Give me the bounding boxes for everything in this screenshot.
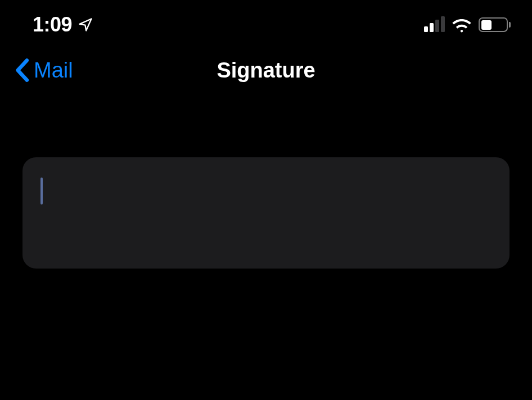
- status-time: 1:09: [33, 13, 72, 37]
- signature-input[interactable]: [22, 157, 510, 269]
- status-bar: 1:09: [0, 0, 532, 39]
- navigation-bar: Mail Signature: [0, 39, 532, 101]
- page-title: Signature: [0, 58, 532, 83]
- text-cursor-icon: [40, 178, 43, 204]
- back-label: Mail: [34, 58, 73, 83]
- location-arrow-icon: [78, 17, 93, 33]
- content-area: [0, 101, 532, 269]
- back-button[interactable]: Mail: [13, 58, 73, 83]
- status-right: [424, 17, 511, 33]
- chevron-left-icon: [13, 58, 30, 83]
- battery-icon: [479, 17, 511, 32]
- status-left: 1:09: [33, 13, 93, 37]
- cellular-signal-icon: [424, 17, 445, 32]
- wifi-icon: [452, 17, 472, 33]
